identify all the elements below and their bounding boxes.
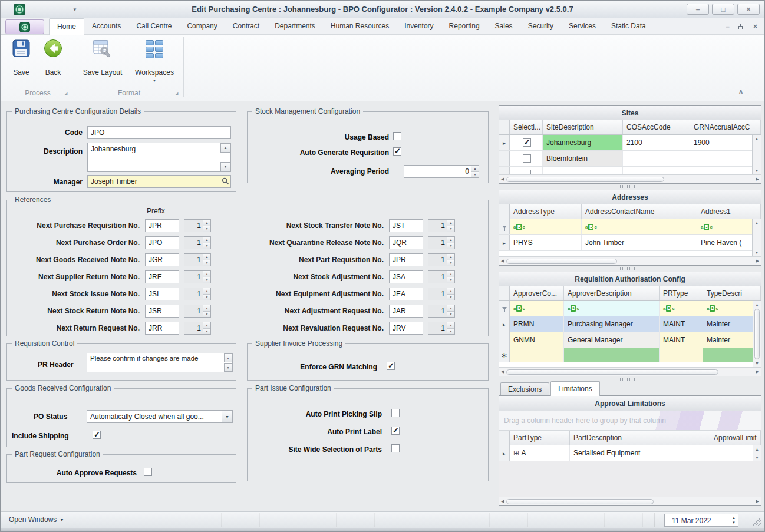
spin-buttons-icon[interactable] bbox=[203, 271, 210, 283]
scrollbar-thumb[interactable] bbox=[506, 499, 654, 504]
addresses-horizontal-scrollbar[interactable] bbox=[499, 256, 761, 265]
auto-print-picking-slip-checkbox[interactable] bbox=[391, 409, 400, 417]
grn-accrual-cell[interactable] bbox=[690, 151, 761, 166]
resize-grip-icon[interactable] bbox=[753, 518, 761, 526]
description-input[interactable]: Johannesburg bbox=[87, 143, 231, 172]
tab-human-resources[interactable]: Human Resources bbox=[323, 18, 397, 35]
enforce-grn-matching-checkbox[interactable] bbox=[387, 362, 395, 370]
approver-description-cell[interactable]: Purchasing Manager bbox=[564, 316, 660, 332]
maximize-button[interactable]: □ bbox=[712, 4, 734, 15]
column-header-approvercode[interactable]: ApproverCo... bbox=[510, 286, 564, 300]
splitter-handle[interactable] bbox=[620, 267, 640, 270]
tab-company[interactable]: Company bbox=[179, 18, 225, 35]
prefix-input[interactable]: JPR bbox=[145, 219, 179, 232]
prefix-input[interactable]: JRV bbox=[389, 322, 423, 335]
prefix-input[interactable]: JQR bbox=[389, 236, 423, 249]
prefix-input[interactable]: JSR bbox=[145, 305, 179, 318]
sites-horizontal-scrollbar[interactable] bbox=[499, 174, 761, 183]
splitter-handle[interactable] bbox=[620, 185, 640, 188]
column-header-partdescription[interactable]: PartDescription bbox=[570, 431, 710, 445]
mdi-close-icon[interactable]: × bbox=[753, 22, 757, 31]
prefix-input[interactable]: JRR bbox=[145, 322, 179, 335]
format-dialog-launcher-icon[interactable]: ◢ bbox=[175, 91, 178, 96]
approval-limitations-header[interactable]: PartType PartDescription ApprovalLimit bbox=[499, 431, 761, 445]
tab-static-data[interactable]: Static Data bbox=[604, 18, 654, 35]
addresses-vertical-scrollbar[interactable] bbox=[752, 219, 761, 256]
next-number-spinner[interactable]: 1 bbox=[184, 322, 211, 335]
address-type-cell[interactable]: PHYS bbox=[510, 235, 582, 250]
tab-exclusions[interactable]: Exclusions bbox=[500, 382, 549, 396]
cos-acc-code-cell[interactable] bbox=[623, 151, 690, 166]
requisition-auth-horizontal-scrollbar[interactable] bbox=[499, 367, 761, 376]
column-header-sitedescription[interactable]: SiteDescription bbox=[543, 120, 623, 134]
pr-header-spin-down-icon[interactable] bbox=[224, 363, 232, 372]
scroll-left-icon[interactable] bbox=[501, 177, 504, 181]
table-row[interactable]: PRMN Purchasing Manager MAINT Mainter bbox=[499, 316, 761, 332]
prefix-input[interactable]: JRE bbox=[145, 270, 179, 283]
open-windows-button[interactable]: Open Windows ▼ bbox=[9, 516, 64, 524]
date-editor[interactable]: 11 Mar 2022 bbox=[664, 514, 738, 527]
spin-buttons-icon[interactable] bbox=[447, 305, 454, 317]
group-by-zone[interactable]: Drag a column header here to group by th… bbox=[499, 411, 761, 431]
column-header-selected[interactable]: Selecti... bbox=[510, 120, 543, 134]
pr-header-input[interactable]: Please confirm if changes are made bbox=[87, 353, 233, 372]
column-header-addresscontactname[interactable]: AddressContactName bbox=[582, 204, 697, 219]
tab-accounts[interactable]: Accounts bbox=[84, 18, 128, 35]
auto-print-label-checkbox[interactable] bbox=[391, 427, 400, 435]
averaging-spin-buttons-icon[interactable] bbox=[471, 166, 479, 177]
approver-description-cell[interactable]: General Manager bbox=[564, 332, 660, 348]
next-number-spinner[interactable]: 1 bbox=[428, 305, 455, 318]
pr-header-spin-up-icon[interactable] bbox=[224, 353, 232, 362]
site-description-cell[interactable]: Bloemfontein bbox=[543, 151, 623, 166]
tab-call-centre[interactable]: Call Centre bbox=[128, 18, 179, 35]
new-row[interactable] bbox=[499, 348, 761, 362]
spin-buttons-icon[interactable] bbox=[447, 254, 454, 266]
scroll-right-icon[interactable] bbox=[756, 369, 759, 374]
approver-code-cell[interactable]: PRMN bbox=[510, 316, 564, 332]
scrollbar-thumb[interactable] bbox=[506, 259, 617, 264]
column-header-cosacccode[interactable]: COSAccCode bbox=[623, 120, 690, 134]
scroll-left-icon[interactable] bbox=[501, 259, 504, 263]
next-number-spinner[interactable]: 1 bbox=[184, 253, 211, 266]
next-number-spinner[interactable]: 1 bbox=[428, 219, 455, 232]
averaging-period-value[interactable]: 0 bbox=[404, 166, 471, 177]
usage-based-checkbox[interactable] bbox=[393, 132, 401, 140]
collapse-ribbon-icon[interactable]: ∧ bbox=[738, 88, 743, 95]
workspaces-button[interactable]: Workspaces ▼ bbox=[131, 38, 177, 82]
next-number-spinner[interactable]: 1 bbox=[184, 270, 211, 283]
scroll-right-icon[interactable] bbox=[756, 259, 759, 263]
scroll-left-icon[interactable] bbox=[501, 499, 504, 504]
approver-code-cell[interactable]: GNMN bbox=[510, 332, 564, 348]
scrollbar-thumb[interactable] bbox=[506, 177, 664, 182]
minimize-button[interactable]: – bbox=[687, 4, 709, 15]
process-dialog-launcher-icon[interactable]: ◢ bbox=[64, 91, 67, 96]
table-row[interactable]: Bloemfontein bbox=[499, 151, 761, 167]
next-number-spinner[interactable]: 1 bbox=[184, 305, 211, 318]
column-header-parttype[interactable]: PartType bbox=[510, 431, 570, 445]
next-number-spinner[interactable]: 1 bbox=[184, 219, 211, 232]
filter-row[interactable]: aBc aBc aBc bbox=[499, 219, 761, 235]
auto-approve-requests-checkbox[interactable] bbox=[144, 468, 152, 476]
spin-buttons-icon[interactable] bbox=[447, 271, 454, 283]
site-selected-checkbox[interactable] bbox=[523, 138, 531, 147]
mdi-restore-icon[interactable] bbox=[738, 24, 744, 29]
prefix-input[interactable]: JGR bbox=[145, 253, 179, 266]
filter-row[interactable]: aBc aBc aBc aBc bbox=[499, 301, 761, 316]
column-header-grnaccrualacccode[interactable]: GRNAccrualAccC bbox=[690, 120, 761, 134]
tab-reporting[interactable]: Reporting bbox=[441, 18, 487, 35]
next-number-spinner[interactable]: 1 bbox=[428, 322, 455, 335]
address-contact-cell[interactable]: John Timber bbox=[582, 235, 697, 250]
site-selected-checkbox[interactable] bbox=[523, 154, 531, 163]
column-header-approvallimit[interactable]: ApprovalLimit bbox=[710, 431, 761, 445]
scrollbar-thumb[interactable] bbox=[754, 309, 760, 359]
close-button[interactable]: × bbox=[737, 4, 760, 15]
pr-type-cell[interactable]: MAINT bbox=[660, 332, 703, 348]
grn-accrual-cell[interactable]: 1900 bbox=[690, 135, 761, 150]
spin-buttons-icon[interactable] bbox=[203, 288, 210, 300]
expand-node-icon[interactable] bbox=[513, 449, 519, 457]
spin-buttons-icon[interactable] bbox=[447, 237, 454, 249]
prefix-input[interactable]: JSI bbox=[145, 288, 179, 300]
manager-search-icon[interactable] bbox=[222, 177, 229, 187]
next-number-spinner[interactable]: 1 bbox=[428, 253, 455, 266]
column-header-approverdescription[interactable]: ApproverDescription bbox=[564, 286, 660, 300]
